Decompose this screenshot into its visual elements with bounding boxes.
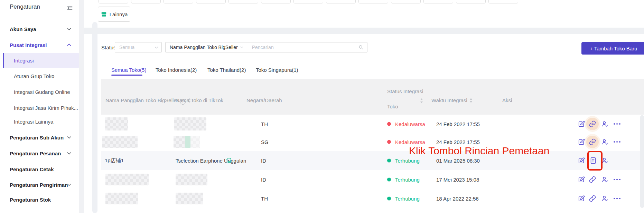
link-icon[interactable] [589, 120, 596, 128]
sidebar-item-integrasi-gudang-online[interactable]: Integrasi Gudang Online [0, 86, 79, 98]
sidebar-item-pengaturan-pesanan[interactable]: Pengaturan Pesanan [0, 147, 79, 159]
status-filter-input[interactable] [119, 44, 155, 50]
sidebar-item-akun-saya[interactable]: Akun Saya [0, 23, 79, 35]
header-status-integrasi-line1: Status Integrasi [387, 88, 423, 94]
edit-icon[interactable] [578, 176, 585, 183]
sidebar-item-pengaturan-cetak[interactable]: Pengaturan Cetak [0, 163, 79, 175]
edit-icon[interactable] [578, 195, 585, 202]
platform-card-cutoff[interactable] [358, 0, 388, 3]
status-filter-select[interactable] [115, 42, 162, 52]
table-scrollbar[interactable] [640, 115, 644, 208]
add-store-button[interactable]: + Tambah Toko Baru [581, 42, 644, 55]
more-platforms-label: Lainnya [110, 11, 128, 17]
redacted-store-name [105, 117, 128, 130]
chevron-down-icon [67, 136, 71, 139]
chevron-down-icon [240, 46, 243, 48]
integration-time: 18 Apr 2022 22:56 [436, 195, 479, 201]
sidebar-item-pengaturan-stok[interactable]: Pengaturan Stok [0, 193, 79, 206]
platform-card-cutoff[interactable] [293, 0, 323, 3]
link-icon[interactable] [589, 138, 596, 146]
status-dot [387, 140, 391, 144]
authorize-user-icon[interactable] [601, 120, 609, 128]
tab-semua-toko[interactable]: Semua Toko(5) [111, 67, 146, 73]
tab-toko-indonesia[interactable]: Toko Indonesia(2) [156, 67, 197, 73]
link-icon[interactable] [589, 176, 596, 183]
status-text: Terhubung [395, 157, 420, 163]
search-icon[interactable] [358, 45, 364, 50]
status-dot [387, 122, 391, 126]
platform-card-cutoff[interactable] [326, 0, 356, 3]
sidebar-divider [0, 16, 79, 16]
platform-card-cutoff[interactable] [456, 0, 486, 3]
country-cell: SG [261, 139, 269, 145]
redacted-store-name [105, 193, 138, 204]
edit-icon[interactable] [578, 138, 585, 146]
more-actions-icon[interactable] [614, 123, 620, 125]
platform-card-cutoff[interactable] [423, 0, 453, 3]
sidebar-item-integrasi-jasa-kirim[interactable]: Integrasi Jasa Kirim Pihak... [0, 101, 79, 114]
status-dot [387, 177, 391, 181]
country-cell: ID [261, 176, 266, 182]
sidebar-item-pengaturan-pengiriman[interactable]: Pengaturan Pengiriman [0, 178, 79, 191]
platform-card-cutoff[interactable] [131, 0, 161, 3]
sort-icon[interactable] [420, 98, 423, 103]
authorize-user-icon[interactable] [601, 195, 609, 202]
platform-card-cutoff[interactable] [164, 0, 193, 3]
tab-toko-singapura[interactable]: Toko Singapura(1) [256, 67, 298, 73]
search-combo: Nama Panggilan Toko BigSeller [165, 42, 367, 52]
integration-time: 01 Mar 2025 08:30 [436, 157, 480, 163]
status-text: Terhubung [395, 176, 420, 182]
status-text: Kedaluwarsa [395, 121, 425, 127]
content-scrollbar[interactable] [92, 22, 97, 213]
platform-card-cutoff[interactable] [391, 0, 421, 3]
more-actions-icon[interactable] [614, 141, 620, 143]
more-actions-icon[interactable] [614, 198, 620, 199]
search-input[interactable] [251, 44, 358, 50]
sidebar-item-integrasi-lainnya[interactable]: Integrasi Lainnya [0, 115, 79, 128]
sidebar-item-pengaturan-sub-akun[interactable]: Pengaturan Sub Akun [0, 131, 79, 144]
header-aksi: Aksi [502, 97, 512, 103]
platform-card-cutoff[interactable] [228, 0, 258, 3]
annotation-text: Klik Tombol Rincian Pemetaan [409, 145, 549, 157]
header-nama-toko-tiktok: Nama Toko di TikTok [176, 97, 223, 103]
sidebar-item-integrasi[interactable]: Integrasi [0, 54, 79, 67]
table-row: SG Kedaluwarsa 24 Feb 2022 17:55 [101, 133, 644, 151]
header-status-integrasi-line2: Toko [387, 104, 398, 109]
sidebar-item-aturan-grup-toko[interactable]: Aturan Grup Toko [0, 70, 79, 82]
integration-time: 17 Mei 2023 15:08 [436, 176, 479, 182]
platform-card-cutoff[interactable] [261, 0, 291, 3]
search-field-selector[interactable]: Nama Panggilan Toko BigSeller [166, 42, 247, 52]
status-text: Kedaluwarsa [395, 139, 425, 145]
redacted-store-name [102, 136, 138, 148]
more-platforms-button[interactable]: Lainnya [98, 7, 130, 22]
country-cell: TH [261, 195, 268, 201]
platform-card-cutoff[interactable] [196, 0, 226, 3]
platform-card-cutoff[interactable] [488, 0, 518, 3]
table-row: TH Terhubung 18 Apr 2022 22:56 [101, 189, 644, 208]
chevron-down-icon [67, 28, 71, 30]
tiktok-store-name: Tselection Earphone Unggulan [176, 157, 246, 163]
annotation-highlight-box [587, 151, 603, 171]
authorize-user-icon[interactable] [601, 176, 609, 183]
table-header: Nama Panggilan Toko BigSeller? Nama Toko… [101, 79, 644, 115]
link-icon[interactable] [589, 195, 596, 202]
header-waktu-integrasi: Waktu Integrasi [431, 97, 473, 103]
redacted-tiktok-name [185, 136, 190, 148]
sidebar-gutter [79, 0, 84, 213]
store-icon [101, 11, 107, 18]
collapse-sidebar-icon[interactable] [66, 4, 73, 11]
authorize-user-icon[interactable] [601, 138, 609, 146]
integration-time: 24 Feb 2022 17:55 [436, 121, 480, 127]
sidebar-item-pusat-integrasi[interactable]: Pusat Integrasi [0, 39, 79, 51]
integration-settings-page: Pengaturan Akun Saya Pusat Integrasi Int… [0, 0, 644, 213]
table-row: 1p店铺1 Tselection Earphone Unggulan ID Te… [101, 151, 644, 170]
edit-icon[interactable] [578, 157, 585, 164]
sort-icon[interactable] [469, 98, 473, 103]
more-actions-icon[interactable] [614, 179, 620, 180]
edit-icon[interactable] [578, 120, 585, 128]
tab-toko-thailand[interactable]: Toko Thailand(2) [207, 67, 246, 73]
table-row: ID Terhubung 17 Mei 2023 15:08 [101, 170, 644, 189]
chevron-up-icon [67, 43, 71, 46]
platform-card-cutoff[interactable] [99, 0, 128, 3]
sidebar-title: Pengaturan [10, 3, 40, 10]
